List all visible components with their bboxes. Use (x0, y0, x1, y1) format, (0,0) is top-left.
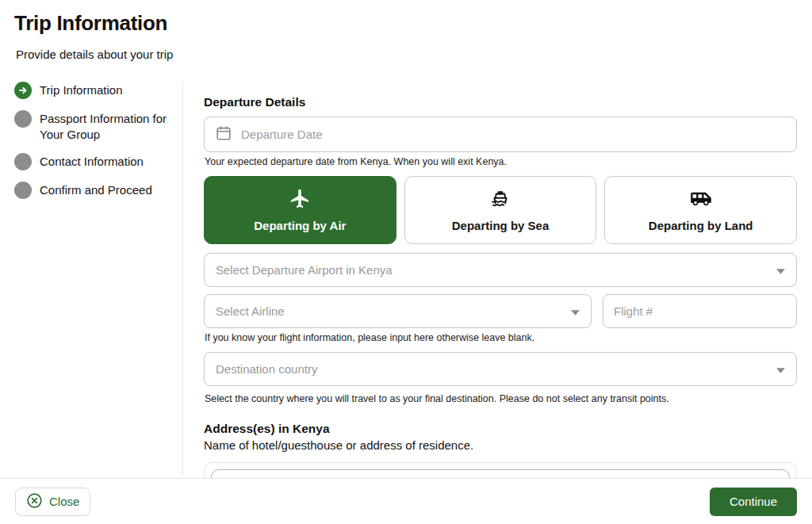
arrow-right-icon (14, 82, 32, 99)
step-contact-information[interactable]: Contact Information (14, 154, 171, 170)
address-section-heading: Address(es) in Kenya (204, 422, 797, 436)
select-placeholder: Select Airline (216, 304, 285, 318)
dot-icon (14, 110, 32, 128)
vertical-divider (182, 82, 183, 476)
trip-information-page: Trip Information Provide details about y… (0, 0, 812, 524)
continue-button[interactable]: Continue (710, 488, 797, 516)
bus-icon (690, 188, 712, 210)
step-trip-information[interactable]: Trip Information (14, 82, 171, 99)
destination-country-select[interactable]: Destination country (204, 352, 797, 386)
flight-info-row: Select Airline (204, 294, 797, 328)
departure-date-field[interactable] (204, 117, 797, 152)
departing-by-sea-button[interactable]: Departing by Sea (404, 176, 597, 244)
step-label: Confirm and Proceed (40, 182, 152, 198)
dot-icon (14, 153, 32, 170)
step-confirm-and-proceed[interactable]: Confirm and Proceed (14, 182, 171, 199)
close-button[interactable]: Close (15, 488, 90, 516)
calendar-icon (215, 124, 232, 145)
select-placeholder: Destination country (216, 362, 317, 376)
departure-details-heading: Departure Details (204, 95, 797, 109)
transport-mode-group: Departing by Air Departing by Sea Depart… (204, 176, 797, 244)
departing-by-land-button[interactable]: Departing by Land (604, 176, 797, 244)
departure-date-helper: Your expected departure date from Kenya.… (205, 156, 797, 167)
ship-icon (489, 188, 511, 210)
step-label: Contact Information (40, 154, 144, 170)
step-label: Passport Information for Your Group (40, 111, 171, 142)
transport-label: Departing by Land (649, 219, 753, 232)
step-sidebar: Trip Information Passport Information fo… (14, 82, 171, 199)
caret-down-icon (571, 304, 580, 319)
destination-helper: Select the country where you will travel… (205, 393, 797, 404)
page-subtitle: Provide details about your trip (16, 48, 173, 61)
dot-icon (14, 182, 32, 199)
caret-down-icon (776, 263, 785, 277)
footer-bar: Close Continue (0, 478, 812, 524)
flight-helper: If you know your flight information, ple… (205, 332, 797, 343)
flight-number-input[interactable] (614, 304, 786, 318)
step-passport-information[interactable]: Passport Information for Your Group (14, 111, 171, 142)
airline-select[interactable]: Select Airline (204, 294, 592, 328)
select-placeholder: Select Departure Airport in Kenya (216, 263, 393, 277)
caret-down-icon (776, 362, 785, 377)
departure-airport-select[interactable]: Select Departure Airport in Kenya (204, 253, 797, 287)
address-section-subtitle: Name of hotel/guesthouse or address of r… (204, 438, 797, 452)
step-label: Trip Information (40, 82, 122, 98)
page-title: Trip Information (14, 11, 167, 36)
transport-label: Departing by Sea (452, 219, 550, 232)
departure-date-input[interactable] (241, 128, 786, 141)
close-circle-icon (26, 492, 43, 511)
flight-number-field[interactable] (603, 294, 797, 328)
departing-by-air-button[interactable]: Departing by Air (204, 176, 396, 244)
airplane-icon (289, 188, 311, 210)
close-button-label: Close (49, 495, 79, 508)
trip-form: Departure Details Your expected departur… (204, 95, 797, 518)
transport-label: Departing by Air (254, 219, 346, 232)
